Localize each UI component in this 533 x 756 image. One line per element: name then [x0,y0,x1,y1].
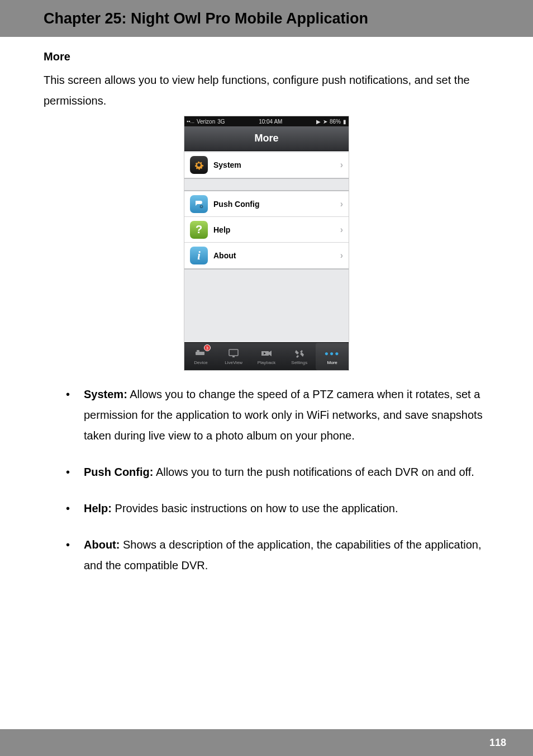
battery-label: 86% [330,119,341,125]
bullet-body: Provides basic instructions on how to us… [112,502,398,514]
tab-playback[interactable]: Playback [250,343,283,370]
bullet-title: System: [84,388,127,400]
bullet-list: System: Allows you to change the speed o… [44,384,489,576]
device-badge: 3 [204,344,211,351]
about-icon: i [190,247,208,264]
chevron-right-icon: › [340,225,343,235]
list-area: System › Push Config › ? [184,151,349,342]
bullet-system: System: Allows you to change the speed o… [66,384,489,446]
bullet-body: Allows you to turn the push notification… [153,466,474,478]
page-number: 118 [489,737,506,749]
camera-icon [261,348,272,359]
chapter-title: Chapter 25: Night Owl Pro Mobile Applica… [44,10,368,27]
row-label: About [213,251,340,260]
svg-rect-1 [196,352,204,355]
bullet-help: Help: Provides basic instructions on how… [66,498,489,519]
phone-mock: ▪▪... Verizon 3G 10:04 AM ▶ ➤ 86% ▮ More [184,116,349,371]
status-bar: ▪▪... Verizon 3G 10:04 AM ▶ ➤ 86% ▮ [184,116,349,126]
svg-rect-2 [197,350,199,352]
screenshot-figure: ▪▪... Verizon 3G 10:04 AM ▶ ➤ 86% ▮ More [44,116,489,371]
bullet-title: About: [84,538,120,551]
chevron-right-icon: › [340,251,343,261]
bullet-title: Push Config: [84,466,153,478]
network-label: 3G [217,119,225,125]
page-footer: 118 [0,729,533,756]
play-icon: ▶ [316,119,321,125]
bullet-body: Allows you to change the speed of a PTZ … [84,388,483,442]
row-label: System [213,160,340,169]
battery-icon: ▮ [343,119,346,125]
row-push-config[interactable]: Push Config › [184,191,349,217]
bullet-about: About: Shows a description of the applic… [66,535,489,576]
tab-bar: 3 Device LiveView Playback [184,342,349,370]
svg-rect-3 [229,349,238,356]
empty-list-space [184,270,349,342]
tab-label: LiveView [225,360,242,365]
svg-rect-4 [232,356,235,357]
gear-icon [190,156,208,174]
tab-more[interactable]: ●●● More [316,343,349,370]
bullet-title: Help: [84,502,112,514]
row-about[interactable]: i About › [184,243,349,268]
signal-icon: ▪▪... [187,119,194,124]
chevron-right-icon: › [340,199,343,209]
tab-liveview[interactable]: LiveView [217,343,250,370]
more-dots-icon: ●●● [325,348,340,359]
monitor-icon [229,348,239,359]
tools-icon [295,348,304,359]
tab-label: More [327,360,337,365]
carrier-label: Verizon [197,119,215,125]
chevron-right-icon: › [340,160,343,170]
tab-label: Playback [258,360,275,365]
row-help[interactable]: ? Help › [184,217,349,243]
section-intro: This screen allows you to view help func… [44,70,489,111]
location-icon: ➤ [323,119,327,125]
row-system[interactable]: System › [184,152,349,178]
row-label: Help [213,225,340,234]
section-heading: More [44,50,489,63]
bullet-body: Shows a description of the application, … [84,538,482,571]
tab-settings[interactable]: Settings [283,343,316,370]
tab-label: Device [194,360,207,365]
nav-title: More [254,133,278,144]
help-icon: ? [190,221,208,239]
bullet-push-config: Push Config: Allows you to turn the push… [66,462,489,483]
nav-header: More [184,126,349,151]
tab-device[interactable]: 3 Device [184,343,217,370]
chapter-header: Chapter 25: Night Owl Pro Mobile Applica… [0,0,533,37]
clock-label: 10:04 AM [259,119,282,125]
row-label: Push Config [213,200,340,209]
push-config-icon [190,195,208,213]
tab-label: Settings [291,360,307,365]
